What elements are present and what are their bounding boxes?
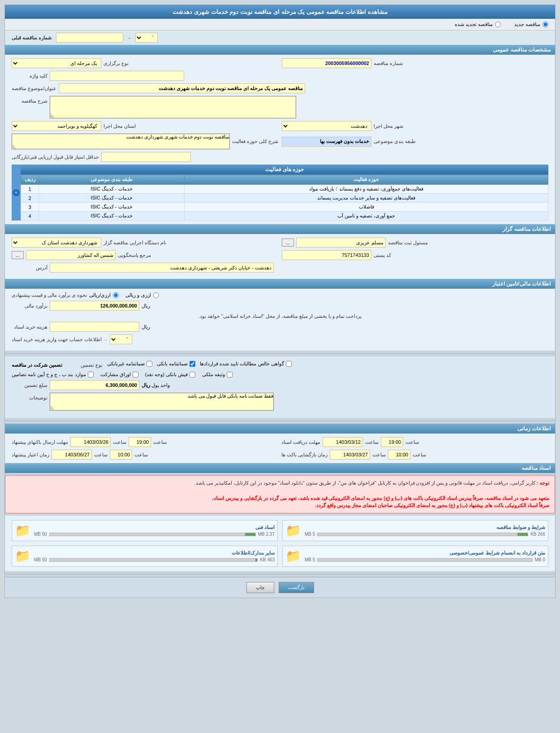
calc-option2-radio[interactable]: ارزی و ریالی xyxy=(125,292,159,298)
timing-time-2[interactable] xyxy=(129,437,151,447)
tender-number-row: شماره مناقصه xyxy=(282,58,548,68)
file2-max: 50 MB xyxy=(34,532,47,537)
back-button[interactable]: بازگشت xyxy=(279,582,314,593)
subject-label: عنوان/موضوع مناقصه xyxy=(12,86,56,91)
province-select[interactable]: کهگیلویه و بویراحمد xyxy=(12,121,101,131)
guarantee-desc-textarea[interactable]: فقط ضمانت نامه بانکی قابل قبول می باشد xyxy=(50,393,274,411)
activity-cell: فعالیت‌های جمع‌آوری، تصفیه و دفع پسماند … xyxy=(185,185,548,194)
estimate-currency: ریال xyxy=(142,303,150,309)
notice-text: کاربر گرامی، دریافت اسناد در مهلت قانونی… xyxy=(194,480,535,486)
postal-input[interactable] xyxy=(282,250,371,260)
add-activity-button[interactable]: + xyxy=(13,189,20,196)
category-cell: خدمات - کدینگ ISIC xyxy=(39,203,185,212)
tender-type-row: نوع برگزاری یک مرحله ای xyxy=(12,58,278,68)
table-row: فاضلاب خدمات - کدینگ ISIC 3 xyxy=(21,203,548,212)
prev-tender-select[interactable]: ˇ xyxy=(135,33,158,43)
activity-scope-label: شرح کلی حوزه فعالیت xyxy=(232,139,278,144)
description-textarea[interactable] xyxy=(50,96,296,118)
city-select[interactable]: دهدشت xyxy=(282,121,371,131)
province-row: استان محل اجرا کهگیلویه و بویراحمد xyxy=(12,121,278,131)
print-button[interactable]: چاپ xyxy=(246,582,274,593)
guarantee-type-label: نوع تضمین xyxy=(67,362,103,368)
organizer-section-header: اطلاعات مناقصه گزار xyxy=(5,224,555,234)
city-label: شهر محل اجرا xyxy=(374,123,403,129)
file4-icon: 📁 xyxy=(15,549,30,564)
category-cell: خدمات - کدینگ ISIC xyxy=(39,185,185,194)
guarantee-option-7[interactable]: گواهی خالص مطالبات تایید شده قراردادها xyxy=(200,361,291,367)
executor-select[interactable]: شهرداری دهدشت استان ک xyxy=(12,238,101,247)
timing-time-3[interactable] xyxy=(388,450,410,460)
row-number-cell: 4 xyxy=(21,212,39,221)
row-number-cell: 2 xyxy=(21,194,39,203)
city-row: شهر محل اجرا دهدشت xyxy=(282,121,548,131)
timing-time-4[interactable] xyxy=(110,450,132,460)
payment-note-text: پرداخت تمام و یا بخشی از مبلغ مناقصه، از… xyxy=(198,313,362,319)
timing-row-4: ساعت ساعت زمان اعتبار پیشنهاد xyxy=(12,450,279,460)
executor-label: نام دستگاه اجرایی مناقصه گزار xyxy=(103,240,166,246)
guarantee-option-3[interactable]: فیش بانکی (وجه نقد) xyxy=(145,372,196,377)
new-tender-label: مناقصه جدید xyxy=(514,22,540,27)
doc-cost-label: هزینه خرید اسناد xyxy=(12,324,47,330)
calc-option1-radio[interactable]: ارزی/ریالی xyxy=(89,292,119,298)
table-row: فعالیت‌های جمع‌آوری، تصفیه و دفع پسماند … xyxy=(21,185,548,194)
account-select[interactable]: ˇ xyxy=(110,334,132,344)
category-input[interactable] xyxy=(282,137,371,147)
file4-progress-bar xyxy=(255,559,258,561)
activity-scope-textarea[interactable]: مناقصه نوبت دوم خدمات شهری شهرداری دهدشت xyxy=(12,134,230,149)
timing-time-1[interactable] xyxy=(381,437,403,447)
file4-name: سایر مدارک/اطلاعات xyxy=(34,550,275,556)
account-row: ˇ -- اطلاعات حساب جهت واریز هزینه خرید ا… xyxy=(12,334,548,344)
calc-option2-label: ارزی و ریالی xyxy=(125,292,151,298)
prev-tender-row: ˇ -- شماره مناقصه قبلی xyxy=(5,30,555,45)
doc-cost-input[interactable] xyxy=(50,322,139,332)
timing-date-3[interactable] xyxy=(330,450,370,460)
guarantee-desc-label: توضیحات xyxy=(12,393,47,401)
guarantee-amount-input[interactable] xyxy=(50,380,139,390)
col-row: ردیف xyxy=(21,175,39,185)
responsible-input[interactable] xyxy=(296,238,386,247)
reference-label: مرجع پاسخگویی xyxy=(118,252,151,258)
guarantee-amount-row: واحد پول ریال مبلغ تضمین xyxy=(12,380,548,390)
guarantee-desc-row: فقط ضمانت نامه بانکی قابل قبول می باشد ت… xyxy=(12,393,548,411)
address-input[interactable] xyxy=(50,263,274,273)
responsible-button[interactable]: ... xyxy=(282,239,294,247)
prev-tender-input[interactable] xyxy=(56,33,123,43)
activity-cell: جمع آوری، تصفیه و تامین آب xyxy=(185,212,548,221)
address-row: آدرس xyxy=(12,263,548,273)
keyword-input[interactable] xyxy=(50,71,184,81)
timing-date-1[interactable] xyxy=(323,437,363,447)
document-section-header: اسناد مناقصه xyxy=(5,463,555,473)
new-tender-radio[interactable]: مناقصه جدید xyxy=(514,22,548,27)
tender-type-select[interactable]: یک مرحله ای xyxy=(12,58,101,68)
estimate-input[interactable] xyxy=(50,301,139,311)
timing-row-3: ساعت ساعت زمان بازگشایی باکت ها xyxy=(281,450,548,460)
subject-input[interactable] xyxy=(59,83,305,93)
guarantee-option-6[interactable]: وثیقه ملکی xyxy=(202,372,233,377)
prev-tender-label: شماره مناقصه قبلی xyxy=(12,35,52,41)
guarantee-option-2[interactable]: اوراق مشارکت xyxy=(100,372,138,377)
guarantee-option-4[interactable]: ضمانتنامه بانکی xyxy=(157,361,195,367)
timing-grid: ساعت ساعت مهلت دریافت اسناد ساعت ساعت مه… xyxy=(12,437,548,460)
guarantee-title: تضمین شرکت در مناقصه xyxy=(12,362,62,368)
file3-icon: 📁 xyxy=(285,549,301,564)
renewed-tender-radio[interactable]: مناقصه تجدید شده xyxy=(455,22,501,27)
file1-size: 266 KB xyxy=(530,532,545,537)
category-cell: خدمات - کدینگ ISIC xyxy=(39,212,185,221)
timing-date-2[interactable] xyxy=(70,437,111,447)
guarantee-option-5[interactable]: ضمانتنامه غیربانکی xyxy=(107,361,152,367)
activities-section: حوزه های فعالیت حوزه فعالیت طبقه بندی مو… xyxy=(12,165,548,221)
tender-number-input[interactable] xyxy=(282,58,371,68)
timing-date-4[interactable] xyxy=(52,450,92,460)
guarantee-option-1[interactable]: موارد بند ب ، ج و ح آیین نامه تضامین xyxy=(12,372,94,377)
keyword-label: کلید واژه xyxy=(12,73,47,79)
payment-note-row: پرداخت تمام و یا بخشی از مبلغ مناقصه، از… xyxy=(12,313,548,319)
min-score-input[interactable] xyxy=(101,152,191,162)
reference-input[interactable] xyxy=(26,250,116,260)
doc-cost-currency: ریال xyxy=(142,324,150,330)
reference-button[interactable]: ... xyxy=(12,251,24,259)
timing-section-header: اطلاعات زمانی xyxy=(5,424,555,434)
min-score-row: حداقل امتیاز قابل قبول ارزیابی فنی/بازرگ… xyxy=(12,152,548,162)
postal-row: کد پستی xyxy=(282,250,548,260)
responsible-label: مسئول ثبت مناقصه xyxy=(388,240,428,246)
category-label: طبقه بندی موضوعی xyxy=(374,139,416,144)
